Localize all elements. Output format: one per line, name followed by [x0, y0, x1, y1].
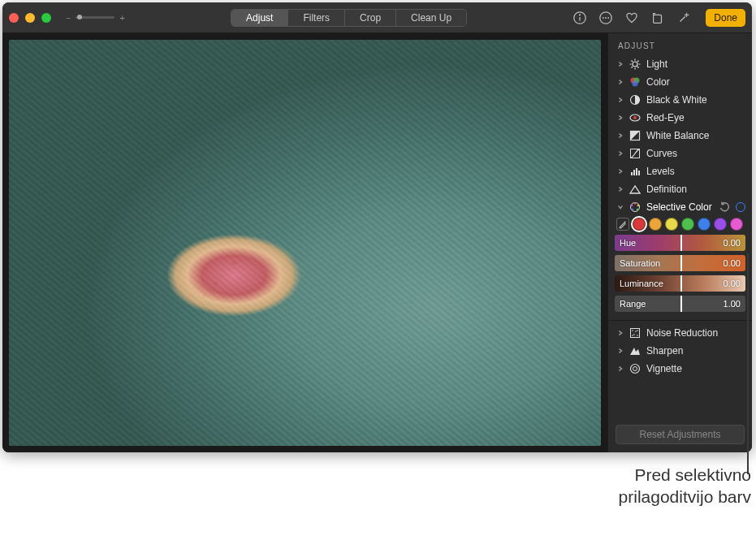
adj-definition[interactable]: Definition: [608, 180, 752, 198]
tab-cleanup[interactable]: Clean Up: [396, 10, 466, 26]
swatch-purple[interactable]: [714, 218, 727, 231]
adj-label: Vignette: [646, 363, 745, 374]
svg-point-38: [633, 334, 635, 335]
titlebar: − + Adjust Filters Crop Clean Up: [2, 2, 752, 33]
swatch-green[interactable]: [681, 218, 694, 231]
adj-label: Black & White: [646, 94, 745, 106]
slider-value: 1.00: [724, 299, 741, 309]
divider: [608, 320, 752, 321]
caption-line: Pred selektivno: [619, 465, 751, 486]
slider-label: Saturation: [620, 258, 660, 268]
chevron-right-icon: [616, 348, 624, 354]
adj-noise-reduction[interactable]: Noise Reduction: [608, 324, 752, 342]
svg-point-5: [605, 17, 607, 19]
adj-label: Light: [646, 58, 745, 70]
curves-icon: [629, 148, 641, 159]
adj-levels[interactable]: Levels: [608, 162, 752, 180]
color-icon: [629, 76, 641, 88]
svg-point-42: [631, 365, 640, 374]
minimize-window-button[interactable]: [25, 13, 35, 23]
done-button[interactable]: Done: [706, 9, 745, 27]
slider-value: 0.00: [724, 279, 741, 288]
enable-toggle[interactable]: [736, 202, 745, 212]
chevron-right-icon: [616, 330, 624, 336]
svg-point-2: [580, 14, 581, 15]
swatch-red[interactable]: [633, 218, 646, 231]
app-window: − + Adjust Filters Crop Clean Up: [2, 2, 752, 452]
swatch-yellow[interactable]: [665, 218, 678, 231]
enhance-icon[interactable]: [676, 11, 691, 25]
svg-point-32: [637, 209, 639, 211]
undo-icon[interactable]: [719, 201, 730, 213]
svg-line-16: [637, 61, 639, 63]
svg-point-31: [637, 205, 640, 207]
adjustment-list: Light Color Black & White Red-Eye: [608, 55, 752, 378]
levels-icon: [629, 166, 641, 177]
range-slider[interactable]: Range 1.00: [615, 296, 745, 312]
window-controls: [9, 13, 51, 23]
adj-sharpen[interactable]: Sharpen: [608, 342, 752, 360]
svg-point-8: [633, 62, 637, 67]
image-canvas[interactable]: [2, 33, 607, 452]
eyedropper-button[interactable]: [616, 218, 629, 231]
rotate-icon[interactable]: [650, 11, 665, 25]
luminance-slider[interactable]: Luminance 0.00: [615, 275, 745, 292]
chevron-right-icon: [616, 61, 624, 67]
tab-adjust[interactable]: Adjust: [231, 10, 288, 26]
adj-label: Selective Color: [646, 201, 713, 213]
svg-point-19: [633, 81, 638, 87]
adj-selective-color[interactable]: Selective Color: [608, 198, 752, 216]
annotation-caption: Pred selektivno prilagoditvijo barv: [619, 465, 751, 508]
svg-line-15: [632, 67, 633, 68]
adj-curves[interactable]: Curves: [608, 145, 752, 162]
svg-point-33: [632, 209, 634, 211]
info-icon[interactable]: [572, 11, 587, 25]
zoom-slider[interactable]: [76, 16, 114, 19]
svg-point-4: [603, 17, 604, 19]
svg-rect-25: [631, 172, 633, 175]
svg-rect-35: [631, 329, 640, 338]
svg-point-43: [633, 367, 637, 371]
callout-line: [747, 253, 749, 474]
editor-body: ADJUST Light Color Black & White: [2, 33, 752, 452]
reset-adjustments-button[interactable]: Reset Adjustments: [616, 425, 745, 444]
more-icon[interactable]: [598, 11, 613, 25]
tab-filters[interactable]: Filters: [288, 10, 345, 26]
svg-point-36: [632, 330, 633, 331]
selective-color-icon: [629, 201, 641, 213]
toolbar-right: Done: [572, 9, 745, 27]
saturation-slider[interactable]: Saturation 0.00: [615, 255, 745, 271]
adj-label: White Balance: [646, 130, 745, 141]
chevron-right-icon: [616, 168, 624, 175]
svg-line-14: [637, 67, 639, 68]
adj-label: Curves: [646, 148, 745, 159]
chevron-right-icon: [616, 132, 624, 139]
adj-vignette[interactable]: Vignette: [608, 360, 752, 378]
color-swatch-row: [615, 218, 745, 231]
adj-light[interactable]: Light: [608, 55, 752, 73]
fullscreen-window-button[interactable]: [41, 13, 51, 23]
svg-rect-26: [633, 170, 635, 175]
swatch-magenta[interactable]: [730, 218, 743, 231]
close-window-button[interactable]: [9, 13, 19, 23]
hue-slider[interactable]: Hue 0.00: [615, 235, 745, 251]
definition-icon: [629, 184, 641, 195]
tab-crop[interactable]: Crop: [345, 10, 396, 26]
adj-label: Noise Reduction: [646, 327, 745, 339]
svg-point-34: [631, 205, 633, 207]
zoom-in-icon[interactable]: +: [119, 13, 124, 23]
adj-redeye[interactable]: Red-Eye: [608, 109, 752, 127]
sidebar-title: ADJUST: [608, 33, 752, 55]
adj-color[interactable]: Color: [608, 73, 752, 91]
swatch-orange[interactable]: [649, 218, 662, 231]
chevron-right-icon: [616, 97, 624, 103]
selective-color-panel: Hue 0.00 Saturation 0.00 Luminance 0.00: [608, 216, 752, 317]
noise-icon: [629, 327, 641, 339]
white-balance-icon: [629, 130, 641, 141]
favorite-icon[interactable]: [624, 11, 639, 25]
adj-black-white[interactable]: Black & White: [608, 91, 752, 109]
adj-white-balance[interactable]: White Balance: [608, 127, 752, 145]
svg-rect-7: [654, 15, 662, 23]
zoom-out-icon[interactable]: −: [66, 13, 71, 23]
swatch-blue[interactable]: [698, 218, 711, 231]
